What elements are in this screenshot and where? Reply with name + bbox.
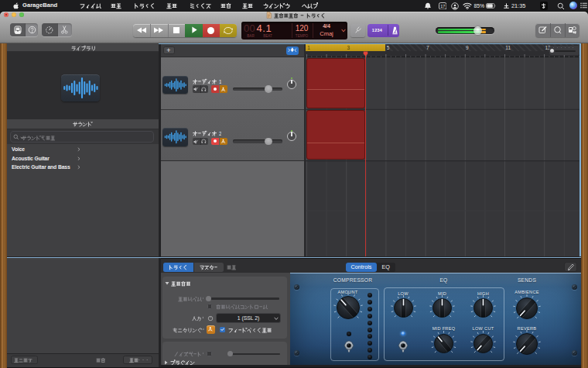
svg-text:2: 2 xyxy=(218,131,221,136)
svg-text:17: 17 xyxy=(440,4,445,9)
svg-text:1: 1 xyxy=(218,79,221,84)
